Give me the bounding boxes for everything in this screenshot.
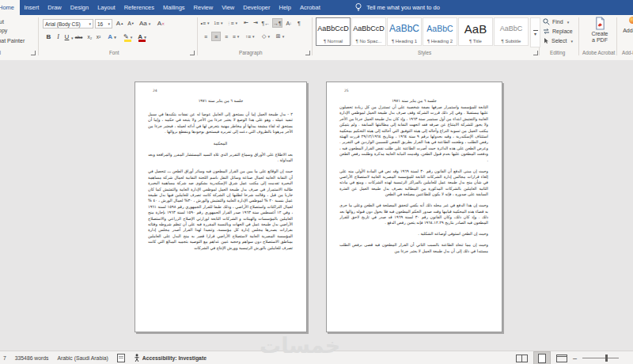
italic-button[interactable]: I (54, 32, 63, 42)
chevron-down-icon: ▾ (570, 39, 573, 44)
document-page-25[interactable]: 25 جلسة ٦ من يناير سنة ١٩٧١ التابعة للمؤ… (326, 82, 502, 332)
document-page-24[interactable]: 24 جلسة ٦ من يناير سنة ١٩٧١ ٢ - بدل طبيع… (135, 82, 307, 332)
line-spacing-button[interactable]: ↕≡▾ (245, 32, 255, 41)
spellcheck-icon[interactable] (117, 354, 125, 362)
bold-button[interactable]: B (44, 32, 53, 42)
web-layout-button[interactable] (556, 355, 567, 362)
tab-insert[interactable]: Insert (20, 0, 44, 15)
language-indicator[interactable]: Arabic (Saudi Arabia) (57, 355, 108, 361)
lightbulb-icon (354, 2, 362, 13)
bullets-button[interactable]: •≡▾ (200, 18, 210, 28)
word-application-window: { "titlebar": { "tabs": ["Home","Insert"… (0, 0, 633, 364)
shrink-font-button[interactable]: A▼ (127, 18, 135, 28)
zoom-slider[interactable] (582, 358, 619, 358)
text-effects-button[interactable]: A▾ (108, 32, 116, 42)
view-controls: – (516, 351, 619, 364)
chevron-down-icon: ▾ (567, 20, 570, 25)
zoom-out-button[interactable]: – (573, 355, 577, 362)
superscript-button[interactable]: x² (94, 32, 103, 42)
tab-view[interactable]: View (218, 0, 239, 15)
tab-home[interactable]: Home (0, 0, 20, 15)
create-pdf-button[interactable]: Create a PDF (586, 17, 614, 44)
replace-icon (543, 28, 550, 35)
format-painter-button[interactable]: Format Painter (0, 38, 25, 44)
ltr-text-direction-button[interactable]: ¶← (261, 18, 271, 28)
tab-review[interactable]: Review (189, 0, 218, 15)
tab-help[interactable]: Help (275, 0, 295, 15)
tab-developer[interactable]: Developer (239, 0, 275, 15)
tell-me-label: Tell me what you want to do (366, 4, 440, 11)
chevron-down-icon: ▾ (267, 34, 270, 39)
style-label: ¶ Heading 1 (392, 39, 417, 45)
change-case-button[interactable]: Aa▾ (139, 18, 150, 28)
rtl-text-direction-button[interactable]: →¶ (272, 18, 282, 28)
tab-mailings[interactable]: Mailings (159, 0, 190, 15)
khamsat-watermark: خمسات (260, 333, 340, 358)
accessibility-checker[interactable]: Accessibility: Investigate (134, 354, 207, 362)
clipboard-dialog-launcher[interactable] (31, 51, 36, 55)
read-mode-button[interactable] (516, 355, 528, 362)
cut-button[interactable]: Cut (0, 19, 4, 25)
select-button[interactable]: Select ▾ (543, 37, 573, 44)
zoom-slider-handle[interactable] (605, 355, 608, 362)
style-title[interactable]: AaB¶ Title (458, 17, 493, 46)
font-name-select[interactable]: Arial (Body CS) ▾ (43, 19, 93, 28)
multilevel-list-button[interactable]: ⋮≡▾ (227, 18, 237, 28)
grow-font-button[interactable]: A▲ (116, 18, 124, 28)
align-left-button[interactable]: ≡ (201, 32, 210, 41)
print-layout-button[interactable] (533, 351, 551, 364)
paragraph: المحكمة (148, 141, 293, 146)
highlight-color-button[interactable]: ✎▾ (123, 32, 132, 42)
borders-button[interactable]: ⊞▾ (275, 32, 285, 41)
justify-button[interactable]: ≡▾ (231, 32, 241, 41)
style-label: ¶ Normal (324, 39, 343, 45)
show-paragraph-marks-button[interactable]: ¶ (294, 18, 304, 28)
add-ins-button[interactable]: Add-ins (620, 17, 633, 33)
styles-gallery-more[interactable]: ▾ (530, 17, 540, 47)
chevron-down-icon: ▾ (131, 35, 133, 40)
font-color-button[interactable]: A▾ (138, 32, 146, 42)
clear-formatting-button[interactable]: A✕ (157, 18, 165, 28)
replace-button[interactable]: Replace (543, 28, 573, 35)
paragraph: حيث إن الوقائع على ما يبين من القرار الم… (148, 169, 293, 251)
tab-layout[interactable]: Layout (93, 0, 120, 15)
styles-group-label: Styles (418, 50, 431, 55)
underline-button[interactable]: U (63, 32, 71, 42)
page-indicator[interactable]: 7 (3, 355, 6, 361)
style-nospac[interactable]: AaBbCcD¶ No Spac... (351, 17, 386, 46)
increase-indent-button[interactable]: ⇥ (251, 18, 260, 28)
styles-dialog-launcher[interactable] (533, 51, 538, 55)
subscript-button[interactable]: x₂ (85, 32, 94, 42)
group-separator (197, 17, 198, 55)
chevron-down-icon: ▾ (237, 34, 240, 39)
align-center-button[interactable]: ≡ (211, 32, 221, 41)
word-count[interactable]: 335486 words (15, 355, 49, 361)
style-subtitle[interactable]: AaBbC¶ Subtitle (494, 17, 529, 46)
group-separator (578, 17, 579, 55)
font-size-select[interactable]: 16 ▾ (95, 19, 112, 28)
paragraph-dialog-launcher[interactable] (305, 51, 310, 55)
style-heading2[interactable]: AaBbC¶ Heading 2 (423, 17, 457, 46)
shading-button[interactable]: ◇▾ (261, 32, 271, 41)
chevron-down-icon: ▾ (144, 35, 146, 40)
style-heading1[interactable]: AaBbC¶ Heading 1 (387, 17, 422, 46)
find-button[interactable]: Find ▾ (543, 18, 569, 25)
paragraph: وحيث إن هذا الدفع في غير محله ذلك أنه يك… (339, 203, 488, 226)
style-preview: AaBbC (500, 18, 523, 39)
sort-button[interactable]: A↓ (284, 18, 294, 28)
tab-design[interactable]: Design (66, 0, 93, 15)
copy-button[interactable]: Copy (0, 28, 7, 33)
tab-references[interactable]: References (119, 0, 158, 15)
font-dialog-launcher[interactable] (190, 51, 195, 55)
align-right-button[interactable]: ≡ (222, 32, 231, 41)
numbering-button[interactable]: 1≡▾ (214, 18, 223, 28)
tell-me[interactable]: Tell me what you want to do (354, 0, 440, 15)
page-body-text: التابعة للمؤسسة واستمرار صرفها بصفة شخصي… (339, 104, 488, 259)
style-normal[interactable]: AaBbCcD¶ Normal (316, 17, 351, 46)
styles-gallery: AaBbCcD¶ NormalAaBbCcD¶ No Spac...AaBbC¶… (316, 17, 529, 46)
chevron-down-icon[interactable]: ▾ (71, 36, 74, 40)
tab-acrobat[interactable]: Acrobat (295, 0, 324, 15)
tab-draw[interactable]: Draw (44, 0, 66, 15)
decrease-indent-button[interactable]: ⇤ (241, 18, 251, 28)
strikethrough-button[interactable]: abc (74, 32, 83, 42)
